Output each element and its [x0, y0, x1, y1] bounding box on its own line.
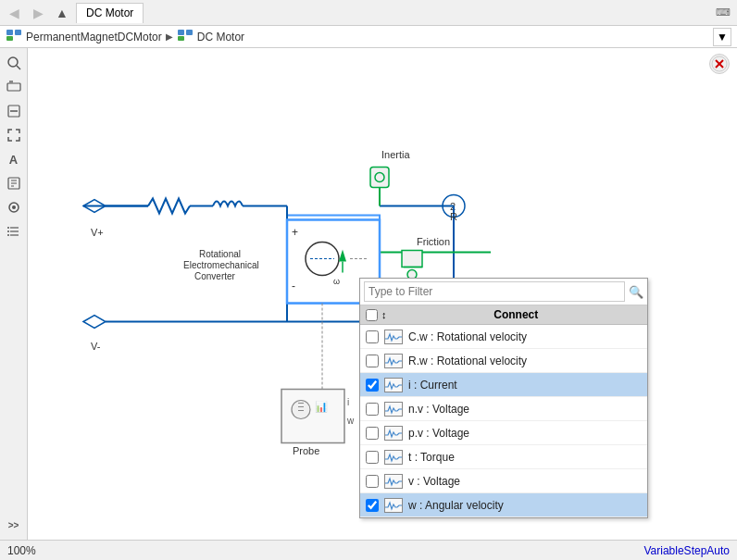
up-button[interactable]: ▲	[52, 3, 72, 23]
vminus-label: V-	[91, 341, 101, 352]
connect-checkbox-cw[interactable]	[366, 330, 379, 343]
keyboard-icon: ⌨	[713, 3, 733, 23]
svg-point-22	[7, 230, 9, 232]
svg-rect-8	[7, 83, 20, 91]
connect-panel: 🔍 ↕ Connect C.w : Rotational velocityR.w…	[359, 278, 648, 518]
connect-row-w[interactable]: w : Angular velocity	[360, 493, 647, 517]
friction-label: Friction	[417, 236, 450, 247]
svg-rect-9	[9, 81, 13, 83]
connect-label-v: v : Voltage	[408, 475, 460, 488]
zoom-out-button[interactable]	[3, 100, 25, 122]
svg-rect-3	[178, 30, 184, 35]
svg-text:ω: ω	[333, 277, 340, 286]
breadcrumb: PermanentMagnetDCMotor ▶ DC Motor ▼	[0, 26, 737, 48]
connect-row-t[interactable]: t : Torque	[360, 445, 647, 469]
converter-label1: Rotational	[199, 249, 241, 259]
connect-row-pv[interactable]: p.v : Voltage	[360, 421, 647, 445]
connect-checkbox-w[interactable]	[366, 499, 379, 512]
connect-row-nv[interactable]: n.v : Voltage	[360, 397, 647, 421]
solver-status: VariableStepAuto	[643, 544, 730, 557]
list-button[interactable]	[3, 220, 25, 243]
properties-button[interactable]	[3, 196, 25, 218]
annotate-button[interactable]	[3, 172, 25, 194]
search-icon: 🔍	[629, 285, 643, 299]
signal-icon-i	[384, 378, 403, 392]
svg-line-7	[17, 66, 20, 69]
connect-checkbox-v[interactable]	[366, 475, 379, 488]
svg-point-21	[7, 227, 9, 229]
svg-rect-0	[6, 30, 13, 35]
fit-button[interactable]	[3, 124, 25, 146]
breadcrumb-arrow: ▶	[166, 31, 173, 42]
toolbar: ◀ ▶ ▲ DC Motor ⌨	[0, 0, 737, 26]
connect-label-cw: C.w : Rotational velocity	[408, 330, 527, 343]
zoom-level: 100%	[7, 544, 36, 557]
svg-text:📊: 📊	[315, 400, 328, 413]
probe-w-text: w	[346, 416, 355, 426]
inertia-label: Inertia	[381, 149, 410, 160]
left-sidebar: A >>	[0, 48, 28, 540]
connect-checkbox-t[interactable]	[366, 451, 379, 464]
back-button[interactable]: ◀	[4, 3, 24, 23]
connect-label-t: t : Torque	[408, 451, 455, 464]
connect-label-pv: p.v : Voltage	[408, 427, 469, 440]
connect-label-w: w : Angular velocity	[408, 499, 504, 512]
signal-icon-rw	[384, 354, 403, 368]
converter-label2: Electromechanical	[183, 260, 259, 270]
status-bar: 100% VariableStepAuto	[0, 540, 737, 560]
signal-icon-t	[384, 450, 403, 465]
svg-rect-44	[402, 251, 422, 268]
signal-icon-pv	[384, 426, 403, 441]
svg-rect-5	[178, 36, 184, 41]
svg-point-23	[7, 234, 9, 236]
svg-text:+: +	[292, 226, 298, 239]
breadcrumb-icon1	[6, 29, 22, 44]
filter-row: 🔍	[360, 279, 647, 305]
connect-checkbox-nv[interactable]	[366, 403, 379, 416]
header-checkbox[interactable]	[366, 309, 378, 321]
sidebar-expand: >>	[3, 514, 25, 536]
probe-i-text: i	[347, 397, 349, 407]
connect-header: ↕ Connect	[360, 305, 647, 325]
connect-checkbox-pv[interactable]	[366, 427, 379, 440]
svg-text:-: -	[292, 280, 295, 292]
filter-input[interactable]	[364, 281, 625, 302]
connect-row-rw[interactable]: R.w : Rotational velocity	[360, 349, 647, 373]
connect-row-i[interactable]: i : Current	[360, 373, 647, 397]
tab-title: DC Motor	[76, 3, 144, 23]
svg-rect-4	[186, 30, 193, 35]
connect-row-cw[interactable]: C.w : Rotational velocity	[360, 325, 647, 349]
probe-label-text: Probe	[293, 445, 319, 456]
svg-point-6	[8, 57, 18, 67]
signal-icon-v	[384, 474, 403, 489]
forward-button[interactable]: ▶	[28, 3, 48, 23]
connect-checkbox-rw[interactable]	[366, 355, 379, 367]
converter-label3: Converter	[194, 271, 236, 281]
breadcrumb-dropdown[interactable]: ▼	[713, 28, 731, 46]
connect-label-rw: R.w : Rotational velocity	[408, 355, 527, 367]
close-button[interactable]	[709, 54, 730, 74]
r-label: R	[450, 211, 457, 222]
signal-icon-cw	[384, 330, 403, 344]
main-area: A >>	[0, 48, 737, 540]
svg-rect-1	[15, 30, 21, 35]
svg-point-42	[375, 173, 384, 182]
signal-icon-nv	[384, 402, 403, 417]
zoom-fit-button[interactable]	[3, 52, 25, 74]
breadcrumb-icon2	[177, 29, 194, 44]
signal-icon-w	[384, 498, 403, 513]
canvas-area: 2 V+ V- R Inertia Friction	[28, 48, 737, 540]
expand-button[interactable]: >>	[3, 514, 25, 536]
connect-rows-container: C.w : Rotational velocityR.w : Rotationa…	[360, 325, 647, 517]
text-button[interactable]: A	[3, 148, 25, 170]
connect-label-i: i : Current	[408, 379, 457, 392]
breadcrumb-part1: PermanentMagnetDCMotor	[26, 31, 162, 44]
connect-title: Connect	[391, 308, 643, 321]
connect-checkbox-i[interactable]	[366, 379, 379, 392]
svg-marker-36	[83, 316, 106, 329]
svg-rect-57	[281, 390, 344, 443]
vplus-label: V+	[91, 227, 104, 238]
svg-rect-2	[6, 36, 13, 41]
zoom-in-button[interactable]	[3, 76, 25, 98]
connect-row-v[interactable]: v : Voltage	[360, 469, 647, 493]
